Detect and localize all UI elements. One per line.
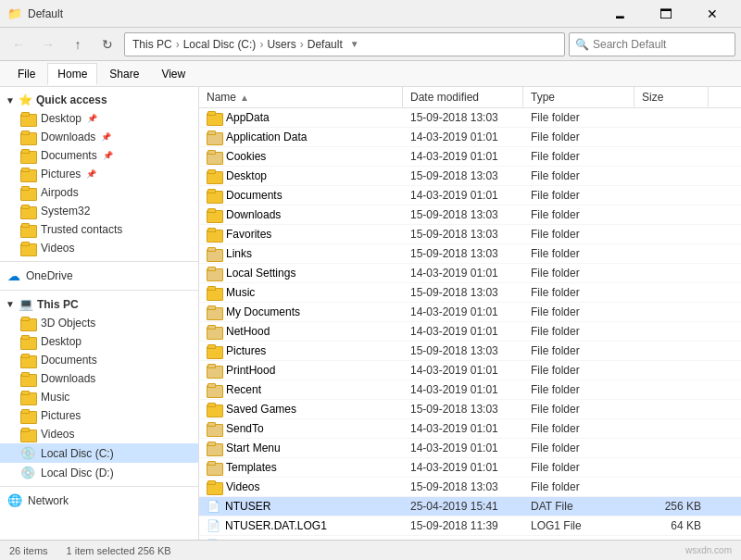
file-name-cell: NetHood <box>199 323 403 340</box>
quick-access-header[interactable]: ▼ ⭐ Quick access <box>0 91 198 109</box>
col-header-date[interactable]: Date modified <box>403 87 523 107</box>
folder-icon <box>20 168 35 180</box>
close-button[interactable]: ✕ <box>691 0 734 28</box>
folder-special-icon <box>207 442 221 454</box>
sidebar-item-system32[interactable]: System32 <box>0 202 198 220</box>
sidebar-item-localdisc-d[interactable]: 💿 Local Disc (D:) <box>0 463 198 482</box>
folder-icon <box>20 428 35 441</box>
ribbon-tab-view[interactable]: View <box>151 63 195 85</box>
table-row[interactable]: SendTo 14-03-2019 01:01 File folder <box>199 419 741 439</box>
sidebar-item-downloads-pc[interactable]: Downloads <box>0 369 198 388</box>
onedrive-label: OneDrive <box>26 269 73 282</box>
maximize-button[interactable]: 🗖 <box>645 0 687 28</box>
file-name: Music <box>226 286 255 299</box>
table-row[interactable]: NetHood 14-03-2019 01:01 File folder <box>199 322 741 342</box>
sidebar-item-3dobjects[interactable]: 3D Objects <box>0 314 198 332</box>
ribbon-tab-file[interactable]: File <box>7 63 45 85</box>
table-row[interactable]: My Documents 14-03-2019 01:01 File folde… <box>199 303 741 322</box>
folder-icon <box>207 169 221 182</box>
search-input[interactable] <box>593 38 729 51</box>
file-name: Templates <box>226 461 277 474</box>
back-button[interactable]: ← <box>6 31 31 57</box>
file-name: Local Settings <box>226 267 295 280</box>
file-date-cell: 25-04-2019 15:41 <box>403 498 523 515</box>
ribbon-tab-share[interactable]: Share <box>99 63 149 85</box>
table-row[interactable]: PrintHood 14-03-2019 01:01 File folder <box>199 361 741 380</box>
col-header-size[interactable]: Size <box>634 87 709 107</box>
sidebar-item-videos-pc[interactable]: Videos <box>0 425 198 443</box>
sidebar-item-onedrive[interactable]: ☁ OneDrive <box>0 266 198 286</box>
watermark: wsxdn.com <box>685 545 732 555</box>
table-row[interactable]: Pictures 15-09-2018 13:03 File folder <box>199 342 741 361</box>
sidebar-item-videos-qa[interactable]: Videos <box>0 239 198 257</box>
table-row[interactable]: Start Menu 14-03-2019 01:01 File folder <box>199 439 741 458</box>
table-row[interactable]: Local Settings 14-03-2019 01:01 File fol… <box>199 264 741 283</box>
file-name-cell: Music <box>199 284 403 301</box>
file-size-cell <box>634 466 709 469</box>
sidebar-item-trusted-contacts[interactable]: Trusted contacts <box>0 220 198 239</box>
col-header-type[interactable]: Type <box>523 87 634 107</box>
sidebar-item-music-pc[interactable]: Music <box>0 388 198 406</box>
search-box[interactable]: 🔍 <box>569 32 735 56</box>
table-row[interactable]: Documents 14-03-2019 01:01 File folder <box>199 186 741 205</box>
table-row[interactable]: Links 15-09-2018 13:03 File folder <box>199 244 741 264</box>
table-row[interactable]: 📄 NTUSER 25-04-2019 15:41 DAT File 256 K… <box>199 497 741 516</box>
file-size-cell <box>634 174 709 178</box>
file-type-cell: File folder <box>523 479 634 495</box>
file-size-cell <box>634 427 709 430</box>
table-row[interactable]: Cookies 14-03-2019 01:01 File folder <box>199 147 741 167</box>
file-name-cell: SendTo <box>199 420 403 437</box>
file-type-cell: File folder <box>523 323 634 340</box>
sidebar-item-desktop-pc[interactable]: Desktop <box>0 332 198 351</box>
folder-special-icon <box>207 150 221 163</box>
status-bar: 26 items 1 item selected 256 KB wsxdn.co… <box>0 540 741 560</box>
this-pc-header[interactable]: ▼ 💻 This PC <box>0 294 198 314</box>
table-row[interactable]: Application Data 14-03-2019 01:01 File f… <box>199 128 741 147</box>
folder-icon <box>207 344 221 357</box>
table-row[interactable]: Favorites 15-09-2018 13:03 File folder <box>199 225 741 244</box>
up-button[interactable]: ↑ <box>65 31 91 57</box>
sidebar-item-downloads-qa[interactable]: Downloads 📌 <box>0 128 198 146</box>
sidebar-item-pictures-qa[interactable]: Pictures 📌 <box>0 165 198 183</box>
file-size-cell <box>634 485 709 489</box>
table-row[interactable]: AppData 15-09-2018 13:03 File folder <box>199 108 741 128</box>
address-path[interactable]: This PC › Local Disc (C:) › Users › Defa… <box>124 32 565 56</box>
sidebar-item-airpods[interactable]: Airpods <box>0 183 198 202</box>
file-type-cell: File folder <box>523 401 634 417</box>
ribbon-tab-home[interactable]: Home <box>47 63 97 85</box>
table-row[interactable]: Desktop 15-09-2018 13:03 File folder <box>199 167 741 186</box>
path-users: Users <box>267 38 295 51</box>
file-size-cell <box>634 388 709 392</box>
forward-button[interactable]: → <box>35 31 61 57</box>
table-row[interactable]: Recent 14-03-2019 01:01 File folder <box>199 380 741 400</box>
table-row[interactable]: Templates 14-03-2019 01:01 File folder <box>199 458 741 478</box>
pin-icon: 📌 <box>86 169 96 179</box>
sidebar-item-documents-qa[interactable]: Documents 📌 <box>0 146 198 165</box>
table-row[interactable]: 📄 NTUSER.DAT.LOG2 15-09-2018 11:39 LOG2 … <box>199 536 741 540</box>
file-date-cell: 15-09-2018 11:39 <box>403 537 523 540</box>
folder-icon <box>207 403 221 416</box>
minimize-button[interactable]: 🗕 <box>598 0 641 28</box>
sidebar-item-pictures-pc[interactable]: Pictures <box>0 406 198 425</box>
file-date-cell: 15-09-2018 13:03 <box>403 342 523 359</box>
refresh-button[interactable]: ↻ <box>94 31 120 57</box>
col-header-name[interactable]: Name ▲ <box>199 87 403 107</box>
file-date-cell: 14-03-2019 01:01 <box>403 420 523 437</box>
table-row[interactable]: 📄 NTUSER.DAT.LOG1 15-09-2018 11:39 LOG1 … <box>199 516 741 536</box>
file-date-cell: 15-09-2018 13:03 <box>403 206 523 223</box>
table-row[interactable]: Music 15-09-2018 13:03 File folder <box>199 283 741 303</box>
sidebar-item-network[interactable]: 🌐 Network <box>0 491 198 510</box>
file-date-cell: 15-09-2018 13:03 <box>403 479 523 495</box>
sidebar-item-localdisc-c[interactable]: 💿 Local Disc (C:) <box>0 443 198 463</box>
table-row[interactable]: Downloads 15-09-2018 13:03 File folder <box>199 205 741 225</box>
sidebar-item-desktop-qa[interactable]: Desktop 📌 <box>0 109 198 128</box>
table-row[interactable]: Videos 15-09-2018 13:03 File folder <box>199 478 741 497</box>
file-date-cell: 14-03-2019 01:01 <box>403 187 523 204</box>
sidebar-item-documents-pc[interactable]: Documents <box>0 351 198 369</box>
sidebar-item-label: Videos <box>41 428 74 441</box>
table-row[interactable]: Saved Games 15-09-2018 13:03 File folder <box>199 400 741 419</box>
file-size-cell <box>634 135 709 139</box>
file-type-cell: File folder <box>523 187 634 204</box>
file-size-cell: 0 KB <box>634 537 709 540</box>
file-date-cell: 15-09-2018 13:03 <box>403 168 523 184</box>
